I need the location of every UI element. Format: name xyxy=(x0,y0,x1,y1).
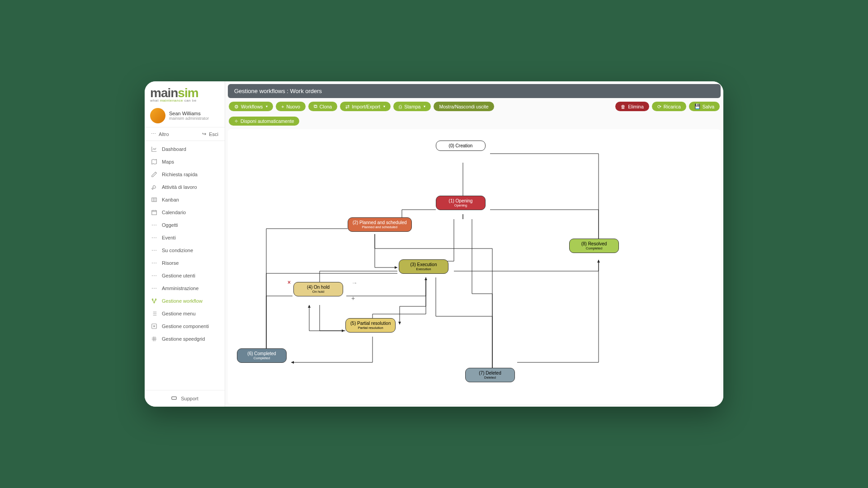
sidebar-item-label: Calendario xyxy=(162,210,186,215)
svg-point-16 xyxy=(156,275,156,276)
node-opening[interactable]: (1) OpeningOpening xyxy=(436,196,486,210)
logo-text-2: sim xyxy=(178,86,198,100)
page-title: Gestione workflows : Work orders xyxy=(228,84,721,98)
more-button[interactable]: ⋯Altro xyxy=(151,131,169,137)
top-actions: ⋯Altro ↪Esci xyxy=(145,127,225,141)
toolbar: ⚙Workflows▾ +Nuovo ⧉Clona ⇄Import/Export… xyxy=(225,98,723,129)
pencil-icon xyxy=(151,171,157,178)
toggle-exits-button[interactable]: Mostra/Nascondi uscite xyxy=(434,102,494,111)
chevron-down-icon: ▾ xyxy=(266,104,268,108)
sidebar-item-richiesta-rapida[interactable]: Richiesta rapida xyxy=(145,168,225,181)
sidebar-item-gestione-menu[interactable]: Gestione menu xyxy=(145,307,225,320)
node-resolved[interactable]: (8) ResolvedCompleted xyxy=(569,239,619,253)
dots-icon: ⋯ xyxy=(151,131,156,137)
nav-list: DashboardMapsRichiesta rapidaAttività di… xyxy=(145,141,225,390)
auto-layout-button[interactable]: ✧Disponi automaticamente xyxy=(229,117,299,126)
exit-button[interactable]: ↪Esci xyxy=(202,131,218,137)
dots-icon xyxy=(151,247,157,253)
sidebar-item-calendario[interactable]: Calendario xyxy=(145,206,225,219)
exit-icon: ↪ xyxy=(202,131,206,137)
dots-icon xyxy=(151,272,157,279)
list-icon xyxy=(151,310,157,317)
sidebar-item-gestione-componenti[interactable]: Gestione componenti xyxy=(145,320,225,333)
clone-button[interactable]: ⧉Clona xyxy=(308,102,337,111)
node-completed[interactable]: (6) CompletedCompleted xyxy=(237,348,287,363)
sidebar-item-dashboard[interactable]: Dashboard xyxy=(145,143,225,155)
trash-icon: 🗑 xyxy=(621,104,626,109)
node-on-hold[interactable]: (4) On holdOn hold xyxy=(293,282,343,296)
svg-point-6 xyxy=(154,237,155,238)
svg-rect-1 xyxy=(152,211,157,215)
svg-point-10 xyxy=(156,250,156,251)
close-icon[interactable]: × xyxy=(288,279,291,286)
delete-button[interactable]: 🗑Elimina xyxy=(615,102,649,111)
sidebar-item-maps[interactable]: Maps xyxy=(145,155,225,168)
dots-icon xyxy=(151,285,157,291)
sidebar-item-eventi[interactable]: Eventi xyxy=(145,231,225,244)
sidebar-item-oggetti[interactable]: Oggetti xyxy=(145,219,225,231)
main-area: Gestione workflows : Work orders ⚙Workfl… xyxy=(225,81,723,407)
import-export-button[interactable]: ⇄Import/Export▾ xyxy=(340,102,391,111)
new-button[interactable]: +Nuovo xyxy=(276,102,306,111)
user-name: Sean Williams xyxy=(169,111,209,116)
node-partial[interactable]: (5) Partial resolutionPartial resolution xyxy=(345,318,396,333)
sidebar-item-su-condizione[interactable]: Su condizione xyxy=(145,244,225,257)
sidebar-item-gestione-speedgrid[interactable]: Gestione speedgrid xyxy=(145,333,225,345)
svg-point-7 xyxy=(156,237,156,238)
svg-point-2 xyxy=(152,225,153,225)
node-execution[interactable]: (3) ExecutionExecution xyxy=(399,259,448,274)
sidebar-item-label: Gestione menu xyxy=(162,311,196,316)
board-icon xyxy=(151,197,157,203)
svg-point-15 xyxy=(154,275,155,276)
svg-point-12 xyxy=(154,263,155,263)
node-deleted[interactable]: (7) DeletedDeleted xyxy=(465,368,515,382)
sidebar-item-amministrazione[interactable]: Amministrazione xyxy=(145,282,225,295)
sidebar-item-label: Gestione componenti xyxy=(162,324,209,329)
print-button[interactable]: ⎙Stampa▾ xyxy=(393,102,431,111)
support-button[interactable]: Support xyxy=(145,390,225,407)
sidebar-item-attività-di-lavoro[interactable]: Attività di lavoro xyxy=(145,181,225,193)
logo-text-1: main xyxy=(150,86,178,100)
plus-icon[interactable]: + xyxy=(351,295,355,302)
svg-point-19 xyxy=(156,288,156,289)
svg-point-5 xyxy=(152,237,153,238)
node-planned[interactable]: (2) Planned and scheduledPlanned and sch… xyxy=(348,217,412,232)
sidebar-item-gestione-workflow[interactable]: Gestione workflow xyxy=(145,295,225,307)
sidebar-item-label: Richiesta rapida xyxy=(162,172,198,177)
avatar xyxy=(150,108,165,123)
user-block[interactable]: Sean Williams mainsim administrator xyxy=(145,104,225,127)
svg-point-13 xyxy=(156,263,156,263)
svg-rect-24 xyxy=(172,397,177,399)
reload-button[interactable]: ⟳Ricarica xyxy=(652,102,686,111)
ticket-icon xyxy=(171,395,177,402)
svg-point-4 xyxy=(156,225,156,225)
reload-icon: ⟳ xyxy=(657,104,661,109)
sidebar-item-label: Su condizione xyxy=(162,248,193,253)
map-icon xyxy=(151,159,157,165)
svg-point-9 xyxy=(154,250,155,251)
sidebar-item-risorse[interactable]: Risorse xyxy=(145,257,225,269)
sidebar-item-label: Kanban xyxy=(162,197,179,202)
dots-icon xyxy=(151,260,157,266)
calendar-icon xyxy=(151,209,157,216)
sidebar-item-kanban[interactable]: Kanban xyxy=(145,193,225,206)
logo: mainsim what maintenance can be xyxy=(145,81,225,104)
dots-icon xyxy=(151,235,157,241)
save-button[interactable]: 💾Salva xyxy=(689,102,720,111)
node-creation[interactable]: (0) Creation xyxy=(436,141,486,151)
workflow-canvas[interactable]: (0) Creation (1) OpeningOpening (2) Plan… xyxy=(228,129,721,404)
app-window: mainsim what maintenance can be Sean Wil… xyxy=(145,81,723,407)
sidebar-item-gestione-utenti[interactable]: Gestione utenti xyxy=(145,269,225,282)
svg-point-8 xyxy=(152,250,153,251)
workflows-button[interactable]: ⚙Workflows▾ xyxy=(229,102,273,111)
svg-point-20 xyxy=(152,299,153,300)
print-icon: ⎙ xyxy=(399,104,402,109)
sidebar-item-label: Gestione utenti xyxy=(162,273,195,278)
svg-point-22 xyxy=(154,302,155,303)
user-role: mainsim administrator xyxy=(169,116,209,121)
arrow-right-icon[interactable]: → xyxy=(351,279,358,286)
sidebar: mainsim what maintenance can be Sean Wil… xyxy=(145,81,225,407)
svg-point-21 xyxy=(155,299,156,300)
sidebar-item-label: Amministrazione xyxy=(162,286,198,291)
chevron-down-icon: ▾ xyxy=(424,104,425,108)
